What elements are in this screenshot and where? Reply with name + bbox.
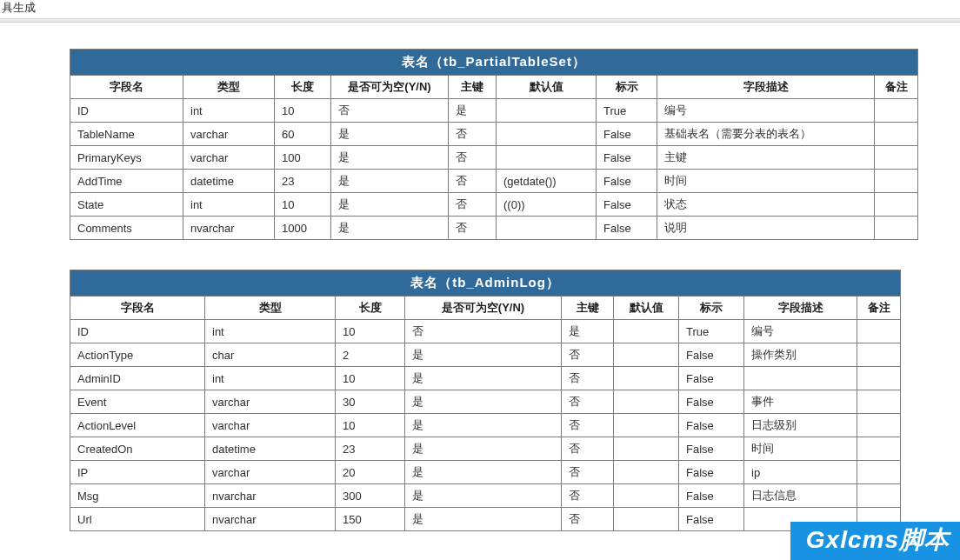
cell-type: varchar — [183, 123, 275, 146]
column-header: 备注 — [875, 76, 918, 99]
cell-pk: 否 — [449, 170, 497, 193]
cell-desc: ip — [744, 461, 857, 484]
column-header: 字段名 — [70, 297, 205, 320]
cell-identity: False — [679, 508, 744, 531]
column-header: 备注 — [857, 297, 901, 320]
cell-identity: False — [597, 217, 657, 240]
column-header: 字段描述 — [657, 76, 875, 99]
cell-pk: 否 — [449, 123, 497, 146]
cell-type: nvarchar — [205, 508, 336, 531]
cell-null: 是 — [405, 461, 562, 484]
cell-desc: 操作类别 — [744, 343, 857, 367]
cell-type: char — [205, 343, 336, 367]
cell-null: 是 — [405, 343, 562, 367]
table-caption: 表名（tb_PartialTableSet） — [70, 50, 918, 76]
cell-type: varchar — [205, 414, 336, 437]
cell-identity: False — [679, 461, 744, 484]
cell-length: 1000 — [275, 217, 331, 240]
cell-remark — [875, 123, 918, 146]
cell-identity: False — [679, 390, 744, 414]
cell-field: ID — [70, 99, 183, 123]
cell-length: 10 — [336, 367, 405, 390]
cell-default — [497, 217, 597, 240]
cell-pk: 否 — [562, 414, 614, 437]
cell-identity: False — [679, 437, 744, 461]
table-caption: 表名（tb_AdminLog） — [70, 270, 901, 297]
cell-null: 是 — [331, 193, 449, 217]
cell-length: 100 — [275, 146, 331, 170]
column-header: 主键 — [449, 76, 497, 99]
cell-length: 23 — [275, 170, 331, 193]
cell-default: ((0)) — [497, 193, 597, 217]
cell-type: nvarchar — [183, 217, 275, 240]
cell-null: 是 — [405, 484, 562, 508]
cell-desc: 主键 — [657, 146, 875, 170]
cell-length: 60 — [275, 123, 331, 146]
cell-type: int — [183, 99, 275, 123]
cell-length: 23 — [336, 437, 405, 461]
table-row: Commentsnvarchar1000是否False说明 — [70, 217, 918, 240]
cell-field: State — [70, 193, 183, 217]
cell-field: CreatedOn — [70, 437, 205, 461]
cell-desc: 时间 — [657, 170, 875, 193]
cell-remark — [875, 217, 918, 240]
cell-pk: 否 — [562, 484, 614, 508]
cell-remark — [857, 367, 901, 390]
column-header: 类型 — [183, 76, 275, 99]
cell-default — [614, 414, 679, 437]
cell-null: 是 — [405, 414, 562, 437]
cell-length: 300 — [336, 484, 405, 508]
table-row: CreatedOndatetime23是否False时间 — [70, 437, 901, 461]
table-row: AdminIDint10是否False — [70, 367, 901, 390]
window-title-text: 具生成 — [2, 0, 36, 16]
cell-length: 10 — [336, 414, 405, 437]
cell-identity: False — [679, 484, 744, 508]
table-row: IDint10否是True编号 — [70, 320, 901, 343]
cell-field: Comments — [70, 217, 183, 240]
cell-remark — [875, 170, 918, 193]
cell-pk: 否 — [449, 217, 497, 240]
table-row: PrimaryKeysvarchar100是否False主键 — [70, 146, 918, 170]
cell-pk: 否 — [562, 367, 614, 390]
cell-identity: False — [679, 343, 744, 367]
cell-type: datetime — [183, 170, 275, 193]
cell-default — [497, 146, 597, 170]
watermark-label: Gxlcms脚本 — [790, 522, 960, 560]
table-row: Stateint10是否((0))False状态 — [70, 193, 918, 217]
cell-default — [614, 367, 679, 390]
cell-type: int — [183, 193, 275, 217]
cell-field: ActionType — [70, 343, 205, 367]
cell-null: 是 — [331, 146, 449, 170]
cell-desc — [744, 367, 857, 390]
table-row: Eventvarchar30是否False事件 — [70, 390, 901, 414]
cell-pk: 是 — [562, 320, 614, 343]
cell-null: 是 — [405, 508, 562, 531]
cell-type: varchar — [205, 461, 336, 484]
cell-remark — [857, 461, 901, 484]
cell-remark — [875, 193, 918, 217]
cell-length: 10 — [336, 320, 405, 343]
cell-default — [497, 99, 597, 123]
table-row: AddTimedatetime23是否(getdate())False时间 — [70, 170, 918, 193]
cell-remark — [857, 343, 901, 367]
column-header: 默认值 — [497, 76, 597, 99]
table-row: ActionTypechar2是否False操作类别 — [70, 343, 901, 367]
cell-identity: False — [597, 193, 657, 217]
cell-type: varchar — [183, 146, 275, 170]
cell-pk: 否 — [562, 390, 614, 414]
cell-desc: 说明 — [657, 217, 875, 240]
cell-remark — [875, 146, 918, 170]
column-header: 长度 — [336, 297, 405, 320]
cell-type: datetime — [205, 437, 336, 461]
cell-null: 是 — [405, 367, 562, 390]
column-header: 是否可为空(Y/N) — [331, 76, 449, 99]
table-row: IDint10否是True编号 — [70, 99, 918, 123]
cell-remark — [857, 437, 901, 461]
column-header: 长度 — [275, 76, 331, 99]
cell-desc: 事件 — [744, 390, 857, 414]
cell-identity: False — [597, 146, 657, 170]
cell-field: PrimaryKeys — [70, 146, 183, 170]
window-titlebar: 具生成 — [0, 0, 960, 19]
cell-null: 否 — [405, 320, 562, 343]
cell-length: 10 — [275, 193, 331, 217]
